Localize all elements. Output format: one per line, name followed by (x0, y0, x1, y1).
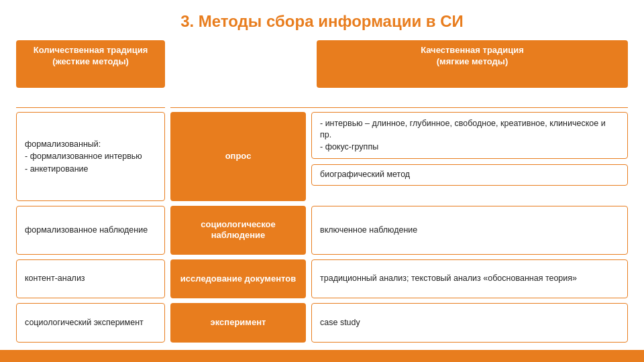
header-center-empty (170, 40, 311, 92)
header-right: Качественная традиция (мягкие методы) (317, 40, 628, 88)
row3-center-cell: исследование документов (170, 259, 306, 299)
page-title: 3. Методы сбора информации в СИ (16, 12, 628, 31)
row2-right-cell: включенное наблюдение (311, 206, 628, 255)
row4-left-cell: социологический эксперимент (16, 303, 165, 343)
row4-center-cell: эксперимент (170, 303, 306, 343)
row1-right-bottom: биографический метод (311, 164, 628, 186)
page: 3. Методы сбора информации в СИ Количест… (0, 0, 644, 362)
row4-right-cell: case study (311, 303, 628, 343)
row1-right-top: - интервью – длинное, глубинное, свободн… (311, 112, 628, 160)
row1-center-cell: опрос (170, 112, 306, 201)
row1-left-cell: формализованный: формализованное интервь… (16, 112, 165, 201)
row2-center-cell: социологическоенаблюдение (170, 206, 306, 255)
bottom-bar (0, 350, 644, 362)
main-grid: Количественная традиция (жесткие методы)… (16, 40, 628, 347)
row1-right-cells: - интервью – длинное, глубинное, свободн… (311, 112, 628, 201)
header-left: Количественная традиция (жесткие методы) (16, 40, 165, 88)
row2-left-cell: формализованное наблюдение (16, 206, 165, 255)
divider-right (170, 92, 628, 108)
row3-right-cell: традиционный анализ; текстовый анализ «о… (311, 259, 628, 299)
divider-left (16, 92, 165, 108)
row3-left-cell: контент-анализ (16, 259, 165, 299)
